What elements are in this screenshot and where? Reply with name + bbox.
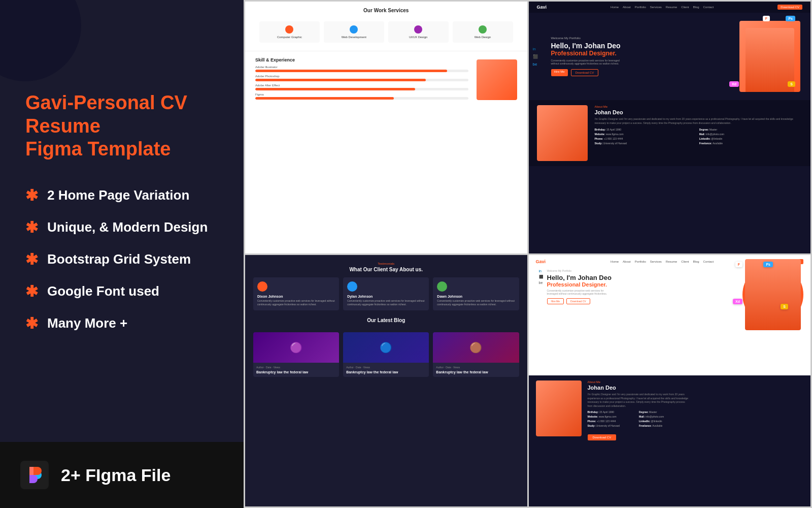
main-title: Gavi-Personal CV ResumeFigma Template <box>25 91 218 161</box>
service-icon <box>479 25 487 34</box>
about-name: Johan Deo <box>595 109 803 115</box>
testimonials-title: What Our Client Say About us. <box>253 267 519 272</box>
about-field: Phone: +1 800 123 4444 <box>595 137 698 140</box>
skill-bar: Adobe Illustrator <box>255 66 468 72</box>
skill-label: Adobe After Effect <box>255 84 468 87</box>
dark-about-text: I'm Graphic Designer and I'm very passio… <box>588 393 689 408</box>
dark-about-section: About Me Johan Deo I'm Graphic Designer … <box>529 375 811 506</box>
hero-buttons: Hire Me Download CV <box>551 69 740 76</box>
bullet-icon: ✱ <box>25 314 38 332</box>
about-label: About Me <box>595 105 803 108</box>
blog-title-item: Bankruptcy law the federal law <box>436 370 516 374</box>
service-card: Computer Graphic <box>259 21 320 43</box>
decorative-circle <box>0 0 81 81</box>
feature-list: ✱ 2 Home Page Variation ✱ Unique, & Mode… <box>25 186 218 332</box>
client-testimonial: Conveniently customize proactive web ser… <box>437 299 515 306</box>
blog-cards: 🟣 Author · Date · Views Bankruptcy law t… <box>245 332 527 382</box>
blog-thumbnail: 🟣 <box>253 332 339 363</box>
client-testimonial: Conveniently customize proactive web ser… <box>347 299 425 306</box>
feature-text: 2 Home Page Variation <box>47 187 189 203</box>
dark-about-label: About Me <box>588 380 689 384</box>
left-panel: Gavi-Personal CV ResumeFigma Template ✱ … <box>0 0 244 508</box>
feature-text: Bootstrap Grid System <box>47 251 191 267</box>
bottom-bar: 2+ FIgma File <box>0 442 244 508</box>
testimonial-card: Dixon Johnson Conveniently customize pro… <box>253 277 339 310</box>
bullet-icon: ✱ <box>25 218 38 236</box>
list-item: ✱ Unique, & Modern Design <box>25 218 218 236</box>
hero-subtitle: Welcome My Portfolio <box>551 37 740 40</box>
service-name: Web Development <box>326 36 382 39</box>
hero-name: Hello, I'm Johan Deo <box>551 42 740 50</box>
testimonial-card: Dylan Johnson Conveniently customize pro… <box>343 277 429 310</box>
nav-cta: Download CV <box>777 5 802 10</box>
skill-bar: Adobe Photoshop <box>255 75 468 81</box>
screenshots-container: Our Work Services Computer Graphic Web D… <box>244 0 812 508</box>
ps-badge-light: Ps <box>763 262 773 267</box>
service-name: Computer Graphic <box>262 36 317 39</box>
service-icon <box>350 25 358 34</box>
hero-desc: Conveniently customize proactive web ser… <box>551 59 622 65</box>
download-cv-button[interactable]: Download CV <box>571 69 599 76</box>
testimonial-card: Dawn Johnson Conveniently customize proa… <box>433 277 519 310</box>
hero-section: in ⬛ be Welcome My Portfolio Hello, I'm … <box>529 13 811 100</box>
hire-button[interactable]: Hire Me <box>551 69 568 76</box>
light-download-button[interactable]: Download CV <box>566 298 590 304</box>
service-card: UI/UX Design <box>388 21 449 43</box>
service-icon <box>414 25 422 34</box>
light-hire-button[interactable]: Hire Me <box>547 298 564 304</box>
skills-title: Skill & Experience <box>255 57 468 62</box>
nav-logo: Gavi <box>537 5 547 10</box>
dark-about-name: Johan Deo <box>588 385 689 391</box>
services-title: Our Work Services <box>255 8 517 13</box>
hero-title: Professional Designer. <box>551 50 740 57</box>
light-hero-person <box>745 259 801 330</box>
about-field: Study: University of Harvard <box>588 424 638 427</box>
about-info-grid: Birthday: 15 April 1990 Degree: Master W… <box>595 128 803 145</box>
skill-label: Adobe Photoshop <box>255 75 468 78</box>
client-name: Dawn Johnson <box>437 295 515 298</box>
service-name: UI/UX Design <box>391 36 446 39</box>
about-field: Study: University of Harvard <box>595 142 698 145</box>
about-field: Mail: info@photo.com <box>699 133 802 136</box>
service-card: Web Development <box>324 21 384 43</box>
blog-card: 🟤 Author · Date · Views Bankruptcy law t… <box>433 332 519 377</box>
blog-meta: Author · Date · Views <box>436 366 516 369</box>
light-hero-desc: Conveniently customize proactive web ser… <box>547 289 608 295</box>
about-field: Freelance: Available <box>639 424 689 427</box>
dark-cta: Download CV <box>588 431 689 440</box>
sketch-badge: S <box>788 81 795 87</box>
about-field: Mail: info@photo.com <box>639 415 689 418</box>
screen-testimonials-blog: Testimonials What Our Client Say About u… <box>245 255 527 507</box>
skill-bar: Figma <box>255 93 468 100</box>
blog-thumbnail: 🟤 <box>433 332 519 363</box>
xd-badge-light: Xd <box>733 299 742 304</box>
testimonials-label: Testimonials <box>253 262 519 265</box>
about-field: LinkedIn: @linkedin <box>699 137 802 140</box>
feature-text: Google Font used <box>47 283 159 299</box>
screen-light-portfolio: Gavi Home About Portfolio Services Resum… <box>529 255 811 507</box>
feature-text: Many More + <box>47 315 127 331</box>
blog-title-item: Bankruptcy law the federal law <box>256 370 336 374</box>
list-item: ✱ Bootstrap Grid System <box>25 250 218 268</box>
client-avatar <box>347 281 357 292</box>
figma-file-label: 2+ FIgma File <box>61 465 171 485</box>
blog-meta: Author · Date · Views <box>256 366 336 369</box>
client-avatar <box>437 281 447 292</box>
skill-label: Figma <box>255 93 468 96</box>
skill-bar: Adobe After Effect <box>255 84 468 90</box>
figma-logo-icon <box>20 461 49 489</box>
about-field: Phone: +1 800 123 4444 <box>588 420 638 423</box>
client-testimonial: Conveniently customize proactive web ser… <box>257 299 335 306</box>
testimonials-section: Testimonials What Our Client Say About u… <box>245 255 527 332</box>
blog-thumbnail: 🔵 <box>343 332 429 363</box>
screen-dark-hero: Gavi Home About Portfolio Services Resum… <box>529 2 811 253</box>
light-logo: Gavi <box>536 259 546 264</box>
download-cv-dark-button[interactable]: Download CV <box>588 434 617 440</box>
bullet-icon: ✱ <box>25 186 38 204</box>
services-grid: Computer Graphic Web Development UI/UX D… <box>255 17 517 47</box>
client-name: Dylan Johnson <box>347 295 425 298</box>
dark-about-grid: Birthday: 15 April 1990 Degree: Master W… <box>588 410 689 427</box>
figma-badge: F <box>763 16 770 21</box>
service-name: Web Design <box>455 36 511 39</box>
skill-label: Adobe Illustrator <box>255 66 468 69</box>
